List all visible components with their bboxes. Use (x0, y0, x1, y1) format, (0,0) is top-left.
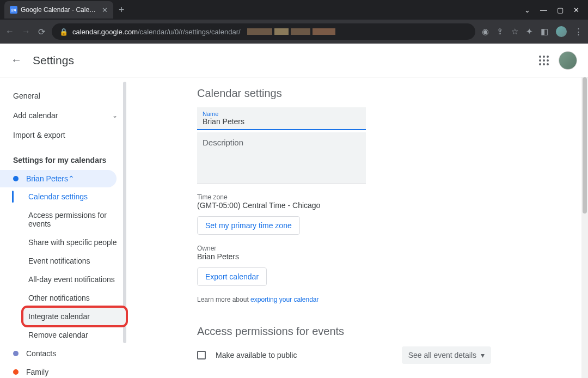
browser-chrome: 24 Google Calendar - Calendar setti ✕ + … (0, 0, 588, 44)
url-domain: calendar.google.com (72, 28, 138, 36)
settings-header: ← Settings (0, 44, 588, 77)
calendar-color-dot (13, 351, 19, 356)
eye-icon[interactable]: ◉ (482, 27, 489, 36)
sidebar-item-import-export[interactable]: Import & export (0, 125, 126, 145)
chevron-down-icon: ⌄ (112, 112, 118, 119)
url-redacted (247, 28, 335, 35)
subnav-share-specific-people[interactable]: Share with specific people (23, 233, 126, 252)
event-details-dropdown[interactable]: See all event details ▾ (402, 346, 491, 364)
reload-icon[interactable]: ⟳ (38, 27, 45, 37)
page-title: Settings (33, 54, 539, 67)
make-public-label: Make available to public (216, 351, 402, 359)
calendar-label: Family (26, 368, 48, 376)
side-panel-icon[interactable]: ◧ (541, 27, 548, 36)
name-field-label: Name (203, 111, 360, 117)
calendar-favicon: 24 (10, 6, 17, 14)
settings-sidebar: General Add calendar ⌄ Import & export S… (0, 77, 126, 378)
window-controls: ⌄ — ▢ ✕ (524, 6, 588, 14)
minimize-icon[interactable]: — (540, 6, 547, 14)
subnav-other-notifications[interactable]: Other notifications (23, 289, 126, 307)
calendar-subsections: Calendar settings Access permissions for… (0, 187, 126, 344)
dropdown-label: See all event details (408, 351, 476, 359)
url-bar[interactable]: 🔒 calendar.google.com/calendar/u/0/r/set… (52, 23, 475, 40)
section-heading-access-permissions: Access permissions for events (197, 325, 588, 338)
sidebar-calendar-family[interactable]: Family (0, 363, 126, 378)
chevron-up-icon: ⌃ (68, 174, 75, 183)
subnav-calendar-settings[interactable]: Calendar settings (23, 187, 126, 206)
profile-avatar-icon[interactable] (556, 26, 567, 37)
learn-more-text: Learn more about exporting your calendar (197, 296, 588, 303)
back-icon[interactable]: ← (5, 27, 14, 36)
make-public-row: Make available to public See all event d… (197, 346, 491, 364)
exporting-calendar-link[interactable]: exporting your calendar (250, 296, 318, 303)
subnav-event-notifications[interactable]: Event notifications (23, 252, 126, 270)
sidebar-item-add-calendar[interactable]: Add calendar ⌄ (0, 106, 126, 125)
section-heading-calendar-settings: Calendar settings (197, 87, 588, 100)
make-public-checkbox[interactable] (197, 351, 206, 359)
calendar-label: Brian Peters (26, 174, 68, 183)
star-icon[interactable]: ☆ (511, 27, 518, 36)
lock-icon: 🔒 (59, 28, 68, 36)
close-window-icon[interactable]: ✕ (573, 6, 579, 14)
chevron-down-icon[interactable]: ⌄ (524, 6, 530, 14)
description-field[interactable]: Description (197, 132, 366, 184)
export-calendar-button[interactable]: Export calendar (197, 267, 267, 286)
subnav-access-permissions[interactable]: Access permissions for events (23, 206, 126, 233)
caret-down-icon: ▾ (481, 351, 485, 359)
google-apps-icon[interactable] (539, 56, 549, 65)
set-primary-timezone-button[interactable]: Set my primary time zone (197, 216, 300, 235)
calendar-color-dot (13, 369, 19, 375)
forward-icon[interactable]: → (22, 27, 30, 36)
settings-main: Calendar settings Name Brian Peters Desc… (126, 77, 588, 378)
sidebar-item-general[interactable]: General (0, 86, 126, 106)
sidebar-section-my-calendars: Settings for my calendars (0, 150, 126, 170)
tab-bar: 24 Google Calendar - Calendar setti ✕ + … (0, 0, 588, 20)
tab-title: Google Calendar - Calendar setti (21, 6, 99, 14)
calendar-label: Contacts (26, 349, 56, 358)
subnav-integrate-calendar[interactable]: Integrate calendar (23, 307, 126, 326)
owner-value: Brian Peters (197, 252, 588, 261)
owner-label: Owner (197, 245, 588, 252)
back-arrow-icon[interactable]: ← (11, 54, 22, 66)
url-path: /calendar/u/0/r/settings/calendar/ (138, 28, 241, 36)
extensions-icon[interactable]: ✦ (526, 27, 533, 36)
name-field[interactable]: Name Brian Peters (197, 107, 366, 130)
name-field-value: Brian Peters (203, 117, 360, 126)
maximize-icon[interactable]: ▢ (557, 6, 564, 14)
kebab-menu-icon[interactable]: ⋮ (574, 27, 583, 36)
browser-tab[interactable]: 24 Google Calendar - Calendar setti ✕ (4, 1, 113, 19)
user-avatar[interactable] (559, 51, 577, 70)
close-tab-icon[interactable]: ✕ (102, 6, 108, 14)
browser-toolbar: ← → ⟳ 🔒 calendar.google.com/calendar/u/0… (0, 20, 588, 44)
calendar-color-dot (13, 176, 19, 181)
sidebar-calendar-brian-peters[interactable]: Brian Peters ⌃ (0, 170, 117, 187)
add-calendar-label: Add calendar (13, 111, 58, 120)
sidebar-calendar-contacts[interactable]: Contacts (0, 344, 126, 363)
timezone-value: (GMT-05:00) Central Time - Chicago (197, 201, 588, 210)
timezone-label: Time zone (197, 193, 588, 201)
subnav-remove-calendar[interactable]: Remove calendar (23, 326, 126, 344)
new-tab-button[interactable]: + (113, 4, 130, 16)
subnav-all-day-notifications[interactable]: All-day event notifications (23, 270, 126, 289)
page-scrollbar[interactable] (581, 77, 588, 378)
share-icon[interactable]: ⇪ (497, 27, 504, 36)
